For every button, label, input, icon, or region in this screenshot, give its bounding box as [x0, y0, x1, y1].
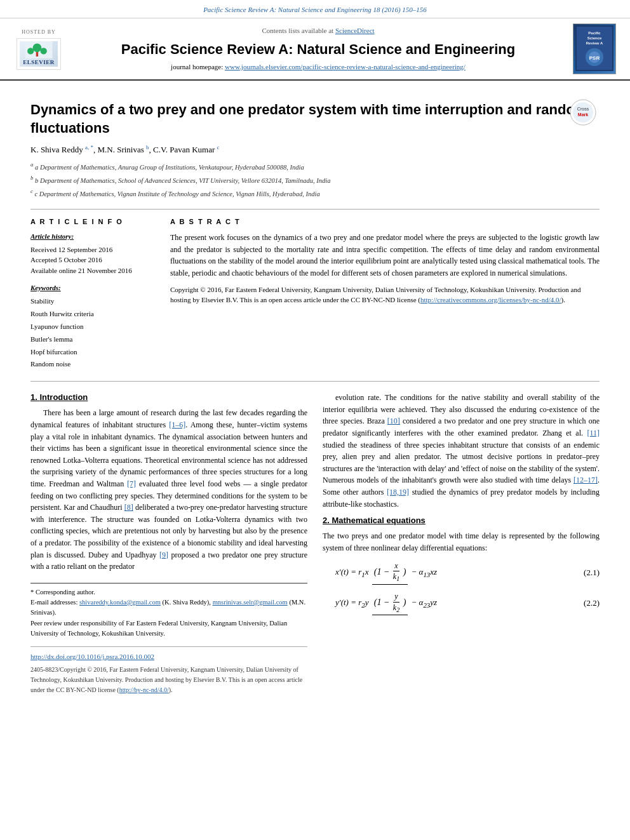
received-date: Received 12 September 2016 [30, 244, 158, 255]
top-bar: Pacific Science Review A: Natural Scienc… [0, 0, 630, 18]
eq2-number: (2.2) [574, 597, 600, 609]
footnote-peer-review: Peer review under responsibility of Far … [30, 618, 307, 639]
affiliation-a: a a Department of Mathematics, Anurag Gr… [30, 160, 600, 173]
article-history-title: Article history: [30, 232, 158, 241]
authors-line: K. Shiva Reddy a, *, M.N. Srinivas b, C.… [30, 143, 600, 156]
author3-sup: c [217, 144, 220, 150]
math-equations-heading: 2. Mathematical equations [323, 515, 600, 526]
footnote-section: * Corresponding author. E-mail addresses… [30, 583, 307, 639]
intro-right-para-1: evolution rate. The conditions for the n… [323, 392, 600, 510]
doi-section: http://dx.doi.org/10.1016/j.psra.2016.10… [30, 646, 307, 695]
equation-2-2: y′(t) = r2y (1 − y k2 ) [335, 591, 600, 615]
accepted-date: Accepted 5 October 2016 [30, 255, 158, 265]
affiliation-c: c c Department of Mathematics, Vignan In… [30, 187, 600, 199]
ref-9[interactable]: [9] [159, 550, 168, 559]
svg-text:Pacific: Pacific [588, 31, 601, 35]
journal-center: Contents lists available at ScienceDirec… [75, 26, 561, 72]
author2-sup: b [146, 144, 149, 150]
journal-homepage: journal homepage: www.journals.elsevier.… [75, 62, 561, 72]
svg-text:PSR: PSR [589, 55, 600, 61]
eq1-content: x′(t) = r1x (1 − x k1 ) [335, 561, 569, 585]
keywords-section: Keywords: Stability Routh Hurwitz criter… [30, 283, 158, 371]
doi-link[interactable]: http://dx.doi.org/10.1016/j.psra.2016.10… [30, 653, 154, 660]
svg-point-4 [41, 48, 47, 54]
journal-thumb-text: Pacific Science Review A PSR [575, 25, 613, 73]
journal-cover-svg: Pacific Science Review A PSR [575, 25, 613, 71]
keyword-5: Hopf bifurcation [30, 346, 158, 359]
abstract-section: A B S T R A C T The present work focuses… [170, 217, 600, 371]
body-right-column: evolution rate. The conditions for the n… [323, 392, 600, 695]
main-content: Dynamics of a two prey and one predator … [0, 81, 630, 705]
intro-body: There has been a large amount of researc… [30, 407, 307, 572]
copyright-text: Copyright © 2016, Far Eastern Federal Un… [170, 284, 600, 305]
article-history: Article history: Received 12 September 2… [30, 232, 158, 276]
ref-1-6[interactable]: [1–6] [169, 420, 185, 429]
journal-header: HOSTED BY ELSEVIER Contents lists availa… [0, 18, 630, 81]
crossmark: Cross Mark [569, 98, 600, 129]
ref-18-19[interactable]: [18,19] [387, 488, 409, 497]
article-info-title: A R T I C L E I N F O [30, 217, 158, 227]
hosted-by-label: HOSTED BY [22, 29, 56, 36]
paper-title: Dynamics of a two prey and one predator … [30, 101, 600, 137]
section-divider [30, 381, 600, 382]
available-date: Available online 21 November 2016 [30, 265, 158, 276]
journal-url-link[interactable]: www.journals.elsevier.com/pacific-scienc… [225, 63, 466, 70]
journal-thumbnail: Pacific Science Review A PSR [569, 23, 620, 74]
svg-point-2 [33, 43, 42, 52]
keyword-3: Lyapunov function [30, 321, 158, 333]
keyword-6: Random noise [30, 358, 158, 371]
title-section: Dynamics of a two prey and one predator … [30, 101, 600, 137]
intro-para-1: There has been a large amount of researc… [30, 407, 307, 572]
equation-2-1: x′(t) = r1x (1 − x k1 ) [335, 561, 600, 585]
keywords-title: Keywords: [30, 283, 158, 293]
svg-text:Mark: Mark [578, 112, 588, 117]
journal-thumb-image: Pacific Science Review A PSR [573, 23, 616, 74]
sciencedirect-link[interactable]: ScienceDirect [335, 27, 375, 34]
footnote-emails: E-mail addresses: shivareddy.konda@gmail… [30, 597, 307, 618]
journal-citation: Pacific Science Review A: Natural Scienc… [203, 6, 427, 13]
affiliations: a a Department of Mathematics, Anurag Gr… [30, 160, 600, 200]
article-info-panel: A R T I C L E I N F O Article history: R… [30, 217, 158, 371]
affiliation-b: b b Department of Mathematics, School of… [30, 173, 600, 186]
keyword-4: Butler's lemma [30, 333, 158, 346]
svg-text:Cross: Cross [577, 107, 589, 111]
eq1-number: (2.1) [574, 567, 600, 578]
elsevier-logo-inner: ELSEVIER [20, 41, 58, 67]
crossmark-icon: Cross Mark [569, 98, 597, 126]
svg-text:Review A: Review A [586, 41, 603, 45]
abstract-title: A B S T R A C T [170, 217, 600, 227]
intro-right-body: evolution rate. The conditions for the n… [323, 392, 600, 510]
issn-line: 2405-8823/Copyright © 2016, Far Eastern … [30, 665, 307, 695]
author1-sup: a, * [85, 144, 93, 150]
ref-7[interactable]: [7] [127, 479, 136, 488]
abstract-text: The present work focuses on the dynamics… [170, 232, 600, 279]
intro-heading: 1. Introduction [30, 392, 307, 403]
elsevier-logo: ELSEVIER [17, 38, 61, 70]
ref-11[interactable]: [11] [587, 429, 600, 437]
svg-point-3 [27, 48, 34, 54]
keyword-2: Routh Hurwitz criteria [30, 308, 158, 321]
contents-line: Contents lists available at ScienceDirec… [75, 26, 561, 36]
license-link[interactable]: http://creativecommons.org/licenses/by-n… [420, 296, 561, 303]
ref-12-17[interactable]: [12–17] [573, 476, 598, 484]
eq2-content: y′(t) = r2y (1 − y k2 ) [335, 591, 569, 615]
ref-8[interactable]: [8] [124, 503, 133, 512]
body-content: 1. Introduction There has been a large a… [30, 392, 600, 695]
math-equations-intro: The two preys and one predator model wit… [323, 530, 600, 554]
article-info-abstract: A R T I C L E I N F O Article history: R… [30, 209, 600, 371]
keywords-list: Stability Routh Hurwitz criteria Lyapuno… [30, 295, 158, 371]
svg-text:Science: Science [587, 36, 602, 40]
elsevier-tree-icon [23, 41, 55, 58]
elsevier-logo-section: HOSTED BY ELSEVIER [10, 29, 67, 70]
doi-license-link[interactable]: http://by-nc-nd/4.0/ [119, 686, 169, 693]
math-intro-text: The two preys and one predator model wit… [323, 530, 600, 554]
ref-10[interactable]: [10] [387, 417, 400, 425]
journal-title: Pacific Science Review A: Natural Scienc… [75, 40, 561, 60]
elsevier-text: ELSEVIER [23, 58, 55, 67]
email1-link[interactable]: shivareddy.konda@gmail.com [79, 599, 161, 606]
body-left-column: 1. Introduction There has been a large a… [30, 392, 307, 695]
footnote-corresponding: * Corresponding author. [30, 587, 307, 597]
email2-link[interactable]: mnsrinivas.selr@gmail.com [213, 599, 288, 606]
keyword-1: Stability [30, 295, 158, 308]
